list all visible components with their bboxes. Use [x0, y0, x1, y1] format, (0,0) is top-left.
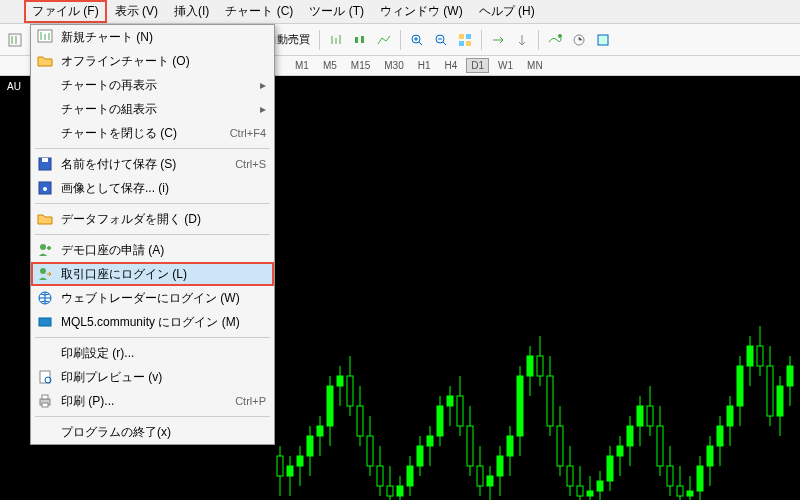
menu-help[interactable]: ヘルプ (H)	[471, 0, 543, 23]
submenu-arrow-icon: ▸	[260, 78, 266, 92]
menu-tools[interactable]: ツール (T)	[301, 0, 372, 23]
menu-chart[interactable]: チャート (C)	[217, 0, 301, 23]
mql5-icon	[35, 314, 55, 330]
svg-rect-67	[507, 436, 513, 456]
new-chart-icon[interactable]	[4, 29, 26, 51]
menu-window[interactable]: ウィンドウ (W)	[372, 0, 471, 23]
timeframe-m30[interactable]: M30	[379, 58, 408, 73]
menu-item-20[interactable]: プログラムの終了(x)	[31, 420, 274, 444]
svg-point-129	[40, 244, 46, 250]
svg-rect-33	[337, 376, 343, 386]
svg-rect-53	[437, 406, 443, 436]
menu-item-label: 取引口座にログイン (L)	[61, 266, 266, 283]
svg-rect-15	[459, 41, 464, 46]
menu-item-label: 印刷 (P)...	[61, 393, 235, 410]
menu-item-17[interactable]: 印刷プレビュー (v)	[31, 365, 274, 389]
svg-rect-37	[357, 406, 363, 436]
menu-item-13[interactable]: ウェブトレーダーにログイン (W)	[31, 286, 274, 310]
svg-rect-63	[487, 476, 493, 486]
menu-item-18[interactable]: 印刷 (P)...Ctrl+P	[31, 389, 274, 413]
svg-rect-111	[727, 406, 733, 426]
menu-item-label: オフラインチャート (O)	[61, 53, 266, 70]
svg-rect-136	[42, 395, 48, 399]
menu-item-label: デモ口座の申請 (A)	[61, 242, 266, 259]
svg-rect-23	[287, 466, 293, 476]
menu-shortcut: Ctrl+S	[235, 158, 266, 170]
menu-item-4[interactable]: チャートを閉じる (C)Ctrl+F4	[31, 121, 274, 145]
menu-separator	[35, 337, 270, 338]
menu-item-12[interactable]: 取引口座にログイン (L)	[31, 262, 274, 286]
tile-windows-icon[interactable]	[454, 29, 476, 51]
templates-icon[interactable]	[592, 29, 614, 51]
svg-rect-87	[607, 456, 613, 481]
periods-icon[interactable]	[568, 29, 590, 51]
menu-item-label: 印刷設定 (r)...	[61, 345, 266, 362]
blank-icon	[35, 345, 55, 361]
svg-rect-81	[577, 486, 583, 496]
timeframe-m5[interactable]: M5	[318, 58, 342, 73]
user-add-icon	[35, 242, 55, 258]
svg-rect-21	[277, 456, 283, 476]
menu-view[interactable]: 表示 (V)	[107, 0, 166, 23]
svg-rect-95	[647, 406, 653, 426]
menu-file[interactable]: ファイル (F)	[24, 0, 107, 23]
timeframe-h4[interactable]: H4	[440, 58, 463, 73]
svg-rect-65	[497, 456, 503, 476]
line-chart-icon[interactable]	[373, 29, 395, 51]
menu-item-label: 印刷プレビュー (v)	[61, 369, 266, 386]
candle-chart-icon[interactable]	[349, 29, 371, 51]
scroll-icon[interactable]	[487, 29, 509, 51]
menu-item-11[interactable]: デモ口座の申請 (A)	[31, 238, 274, 262]
menu-shortcut: Ctrl+F4	[230, 127, 266, 139]
menu-item-14[interactable]: MQL5.community にログイン (M)	[31, 310, 274, 334]
svg-rect-16	[466, 41, 471, 46]
menu-item-label: MQL5.community にログイン (M)	[61, 314, 266, 331]
timeframe-w1[interactable]: W1	[493, 58, 518, 73]
timeframe-m1[interactable]: M1	[290, 58, 314, 73]
menu-item-6[interactable]: 名前を付けて保存 (S)Ctrl+S	[31, 152, 274, 176]
menu-shortcut: Ctrl+P	[235, 395, 266, 407]
svg-rect-25	[297, 456, 303, 466]
menu-item-3[interactable]: チャートの組表示▸	[31, 97, 274, 121]
svg-rect-91	[627, 426, 633, 446]
svg-rect-19	[598, 35, 608, 45]
menu-item-9[interactable]: データフォルダを開く (D)	[31, 207, 274, 231]
svg-rect-126	[42, 158, 48, 162]
svg-rect-103	[687, 491, 693, 496]
svg-rect-0	[9, 34, 21, 46]
menu-separator	[35, 416, 270, 417]
login-icon	[35, 266, 55, 282]
zoom-out-icon[interactable]	[430, 29, 452, 51]
svg-rect-113	[737, 366, 743, 406]
timeframe-m15[interactable]: M15	[346, 58, 375, 73]
bar-chart-icon[interactable]	[325, 29, 347, 51]
timeframe-h1[interactable]: H1	[413, 58, 436, 73]
menu-item-0[interactable]: 新規チャート (N)	[31, 25, 274, 49]
menu-item-7[interactable]: 画像として保存... (i)	[31, 176, 274, 200]
svg-rect-121	[777, 386, 783, 416]
svg-rect-99	[667, 466, 673, 486]
submenu-arrow-icon: ▸	[260, 102, 266, 116]
svg-rect-73	[537, 356, 543, 376]
file-menu-dropdown: 新規チャート (N)オフラインチャート (O)チャートの再表示▸チャートの組表示…	[30, 24, 275, 445]
zoom-in-icon[interactable]	[406, 29, 428, 51]
indicators-icon[interactable]	[544, 29, 566, 51]
svg-rect-10	[361, 36, 364, 43]
menu-insert[interactable]: 挿入(I)	[166, 0, 217, 23]
folder-icon	[35, 211, 55, 227]
shift-icon[interactable]	[511, 29, 533, 51]
svg-rect-49	[417, 446, 423, 466]
menu-item-16[interactable]: 印刷設定 (r)...	[31, 341, 274, 365]
menu-item-label: プログラムの終了(x)	[61, 424, 266, 441]
timeframe-mn[interactable]: MN	[522, 58, 548, 73]
svg-rect-123	[787, 366, 793, 386]
svg-rect-31	[327, 386, 333, 426]
blank-icon	[35, 77, 55, 93]
menu-item-2[interactable]: チャートの再表示▸	[31, 73, 274, 97]
menu-item-1[interactable]: オフラインチャート (O)	[31, 49, 274, 73]
svg-rect-89	[617, 446, 623, 456]
svg-rect-105	[697, 466, 703, 491]
timeframe-d1[interactable]: D1	[466, 58, 489, 73]
svg-rect-57	[457, 396, 463, 426]
svg-rect-109	[717, 426, 723, 446]
